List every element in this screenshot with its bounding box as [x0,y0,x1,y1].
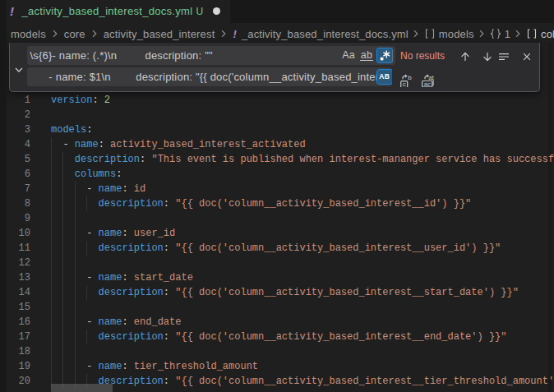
svg-text:c: c [403,81,406,87]
svg-text:b: b [408,74,412,81]
svg-text:ac: ac [424,81,431,87]
